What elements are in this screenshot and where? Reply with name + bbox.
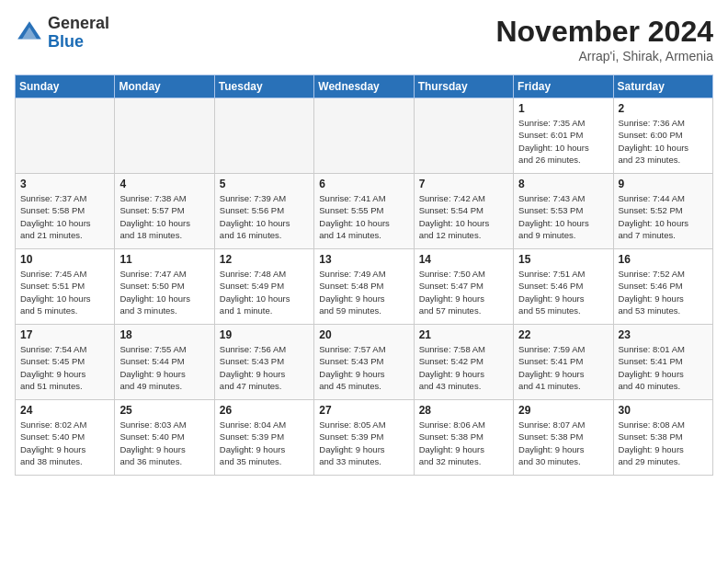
calendar-week-row: 24Sunrise: 8:02 AM Sunset: 5:40 PM Dayli…: [16, 400, 713, 476]
day-info: Sunrise: 7:52 AM Sunset: 5:46 PM Dayligh…: [619, 268, 708, 316]
weekday-header: Thursday: [414, 75, 513, 98]
weekday-header: Monday: [115, 75, 214, 98]
calendar-week-row: 1Sunrise: 7:35 AM Sunset: 6:01 PM Daylig…: [16, 98, 713, 174]
day-info: Sunrise: 7:35 AM Sunset: 6:01 PM Dayligh…: [518, 117, 608, 166]
calendar-cell: 26Sunrise: 8:04 AM Sunset: 5:39 PM Dayli…: [214, 400, 313, 476]
day-info: Sunrise: 7:54 AM Sunset: 5:45 PM Dayligh…: [20, 343, 109, 392]
day-info: Sunrise: 7:45 AM Sunset: 5:51 PM Dayligh…: [20, 268, 109, 316]
calendar-cell: 6Sunrise: 7:41 AM Sunset: 5:55 PM Daylig…: [314, 174, 414, 249]
day-info: Sunrise: 8:06 AM Sunset: 5:38 PM Dayligh…: [419, 419, 508, 467]
day-info: Sunrise: 8:03 AM Sunset: 5:40 PM Dayligh…: [119, 419, 209, 467]
day-number: 2: [619, 102, 708, 115]
calendar-cell: 12Sunrise: 7:48 AM Sunset: 5:49 PM Dayli…: [214, 249, 313, 325]
calendar-cell: 2Sunrise: 7:36 AM Sunset: 6:00 PM Daylig…: [613, 98, 712, 174]
day-number: 21: [419, 328, 508, 341]
calendar-cell: 19Sunrise: 7:56 AM Sunset: 5:43 PM Dayli…: [214, 325, 313, 400]
day-info: Sunrise: 7:57 AM Sunset: 5:43 PM Dayligh…: [319, 343, 408, 392]
location: Arrap'i, Shirak, Armenia: [495, 49, 713, 63]
day-number: 10: [20, 253, 109, 266]
day-number: 14: [419, 253, 508, 266]
weekday-header: Friday: [514, 75, 613, 98]
calendar-cell: 20Sunrise: 7:57 AM Sunset: 5:43 PM Dayli…: [314, 325, 414, 400]
day-info: Sunrise: 8:02 AM Sunset: 5:40 PM Dayligh…: [20, 419, 109, 467]
day-number: 12: [220, 253, 309, 266]
calendar-cell: 3Sunrise: 7:37 AM Sunset: 5:58 PM Daylig…: [16, 174, 115, 249]
calendar-cell: 13Sunrise: 7:49 AM Sunset: 5:48 PM Dayli…: [314, 249, 414, 325]
day-info: Sunrise: 7:36 AM Sunset: 6:00 PM Dayligh…: [619, 117, 708, 166]
calendar-cell: 27Sunrise: 8:05 AM Sunset: 5:39 PM Dayli…: [314, 400, 414, 476]
weekday-header: Tuesday: [214, 75, 313, 98]
month-title: November 2024: [495, 15, 713, 49]
day-number: 8: [518, 178, 608, 190]
calendar-cell: [314, 98, 414, 174]
logo-text: General Blue: [48, 15, 109, 52]
day-info: Sunrise: 8:05 AM Sunset: 5:39 PM Dayligh…: [319, 419, 408, 467]
day-number: 15: [518, 253, 608, 266]
calendar-cell: [16, 98, 115, 174]
day-info: Sunrise: 8:08 AM Sunset: 5:38 PM Dayligh…: [619, 419, 708, 467]
calendar-cell: 22Sunrise: 7:59 AM Sunset: 5:41 PM Dayli…: [514, 325, 613, 400]
day-info: Sunrise: 7:38 AM Sunset: 5:57 PM Dayligh…: [119, 192, 209, 241]
calendar-cell: 5Sunrise: 7:39 AM Sunset: 5:56 PM Daylig…: [214, 174, 313, 249]
day-info: Sunrise: 8:04 AM Sunset: 5:39 PM Dayligh…: [220, 419, 309, 467]
calendar-cell: 30Sunrise: 8:08 AM Sunset: 5:38 PM Dayli…: [613, 400, 712, 476]
day-info: Sunrise: 7:41 AM Sunset: 5:55 PM Dayligh…: [319, 192, 408, 241]
calendar-cell: 24Sunrise: 8:02 AM Sunset: 5:40 PM Dayli…: [16, 400, 115, 476]
day-info: Sunrise: 7:37 AM Sunset: 5:58 PM Dayligh…: [20, 192, 109, 241]
calendar-cell: 7Sunrise: 7:42 AM Sunset: 5:54 PM Daylig…: [414, 174, 513, 249]
day-number: 27: [319, 404, 408, 417]
calendar-week-row: 17Sunrise: 7:54 AM Sunset: 5:45 PM Dayli…: [16, 325, 713, 400]
calendar-cell: 11Sunrise: 7:47 AM Sunset: 5:50 PM Dayli…: [115, 249, 214, 325]
day-number: 17: [20, 328, 109, 341]
day-number: 3: [20, 178, 109, 190]
day-number: 25: [119, 404, 209, 417]
calendar: SundayMondayTuesdayWednesdayThursdayFrid…: [15, 75, 713, 476]
logo-blue: Blue: [48, 32, 84, 51]
calendar-cell: 4Sunrise: 7:38 AM Sunset: 5:57 PM Daylig…: [115, 174, 214, 249]
day-number: 24: [20, 404, 109, 417]
day-number: 18: [119, 328, 209, 341]
day-number: 30: [619, 404, 708, 417]
day-info: Sunrise: 7:59 AM Sunset: 5:41 PM Dayligh…: [518, 343, 608, 392]
calendar-cell: 25Sunrise: 8:03 AM Sunset: 5:40 PM Dayli…: [115, 400, 214, 476]
day-info: Sunrise: 7:42 AM Sunset: 5:54 PM Dayligh…: [419, 192, 508, 241]
calendar-cell: 8Sunrise: 7:43 AM Sunset: 5:53 PM Daylig…: [514, 174, 613, 249]
day-info: Sunrise: 7:55 AM Sunset: 5:44 PM Dayligh…: [119, 343, 209, 392]
calendar-cell: [115, 98, 214, 174]
day-number: 23: [619, 328, 708, 341]
calendar-cell: 18Sunrise: 7:55 AM Sunset: 5:44 PM Dayli…: [115, 325, 214, 400]
calendar-cell: 1Sunrise: 7:35 AM Sunset: 6:01 PM Daylig…: [514, 98, 613, 174]
day-number: 1: [518, 102, 608, 115]
calendar-cell: 21Sunrise: 7:58 AM Sunset: 5:42 PM Dayli…: [414, 325, 513, 400]
day-info: Sunrise: 7:44 AM Sunset: 5:52 PM Dayligh…: [619, 192, 708, 241]
day-number: 26: [220, 404, 309, 417]
day-info: Sunrise: 7:56 AM Sunset: 5:43 PM Dayligh…: [220, 343, 309, 392]
day-number: 28: [419, 404, 508, 417]
logo-general: General: [48, 14, 109, 32]
day-info: Sunrise: 7:51 AM Sunset: 5:46 PM Dayligh…: [518, 268, 608, 316]
day-number: 7: [419, 178, 508, 190]
day-info: Sunrise: 7:47 AM Sunset: 5:50 PM Dayligh…: [119, 268, 209, 316]
logo: General Blue: [15, 15, 109, 52]
day-number: 22: [518, 328, 608, 341]
page-header: General Blue November 2024 Arrap'i, Shir…: [15, 15, 713, 63]
weekday-header-row: SundayMondayTuesdayWednesdayThursdayFrid…: [16, 75, 713, 98]
day-number: 11: [119, 253, 209, 266]
day-info: Sunrise: 7:39 AM Sunset: 5:56 PM Dayligh…: [220, 192, 309, 241]
day-number: 13: [319, 253, 408, 266]
day-number: 20: [319, 328, 408, 341]
day-info: Sunrise: 8:01 AM Sunset: 5:41 PM Dayligh…: [619, 343, 708, 392]
day-number: 19: [220, 328, 309, 341]
calendar-week-row: 3Sunrise: 7:37 AM Sunset: 5:58 PM Daylig…: [16, 174, 713, 249]
day-info: Sunrise: 7:49 AM Sunset: 5:48 PM Dayligh…: [319, 268, 408, 316]
calendar-week-row: 10Sunrise: 7:45 AM Sunset: 5:51 PM Dayli…: [16, 249, 713, 325]
weekday-header: Wednesday: [314, 75, 414, 98]
day-number: 16: [619, 253, 708, 266]
weekday-header: Saturday: [613, 75, 712, 98]
day-number: 6: [319, 178, 408, 190]
calendar-cell: 28Sunrise: 8:06 AM Sunset: 5:38 PM Dayli…: [414, 400, 513, 476]
day-info: Sunrise: 8:07 AM Sunset: 5:38 PM Dayligh…: [518, 419, 608, 467]
day-number: 5: [220, 178, 309, 190]
day-number: 29: [518, 404, 608, 417]
calendar-cell: 15Sunrise: 7:51 AM Sunset: 5:46 PM Dayli…: [514, 249, 613, 325]
